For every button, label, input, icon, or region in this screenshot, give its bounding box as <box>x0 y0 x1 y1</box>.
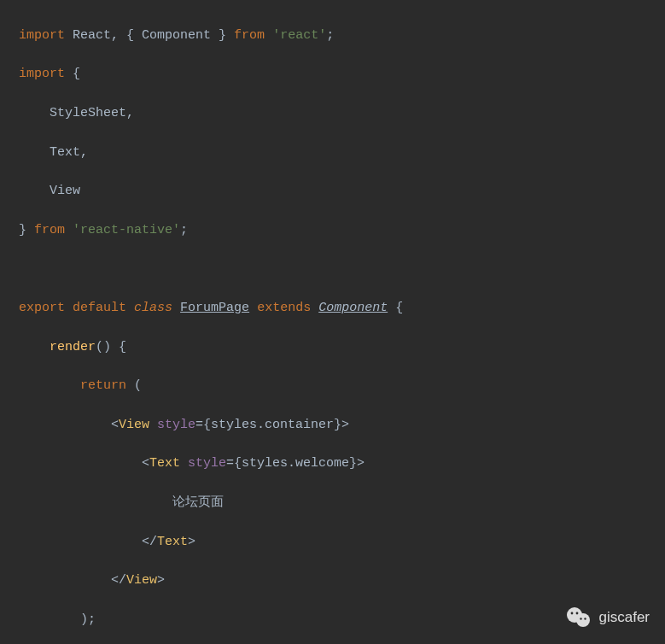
svg-point-5 <box>585 618 586 619</box>
code-line <box>19 260 665 279</box>
svg-point-4 <box>580 618 582 619</box>
code-line: import React, { Component } from 'react'… <box>19 26 665 46</box>
code-line: export default class ForumPage extends C… <box>19 299 665 319</box>
code-line: </Text> <box>19 533 665 553</box>
code-line: return ( <box>19 377 665 396</box>
svg-point-3 <box>576 612 579 615</box>
code-line: StyleSheet, <box>19 104 665 124</box>
code-line: Text, <box>19 143 665 163</box>
svg-point-2 <box>571 612 574 615</box>
code-line: } from 'react-native'; <box>19 221 665 241</box>
code-line: 论坛页面 <box>19 494 665 513</box>
code-line: render() { <box>19 338 665 358</box>
watermark: giscafer <box>566 606 650 629</box>
code-line: import { <box>19 65 665 85</box>
watermark-label: giscafer <box>598 608 650 628</box>
code-editor[interactable]: import React, { Component } from 'react'… <box>0 0 665 644</box>
wechat-icon <box>566 606 592 629</box>
svg-point-1 <box>576 613 590 627</box>
code-line: <Text style={styles.welcome}> <box>19 454 665 474</box>
code-line: </View> <box>19 571 665 591</box>
code-line: View <box>19 182 665 202</box>
code-line: <View style={styles.container}> <box>19 416 665 436</box>
